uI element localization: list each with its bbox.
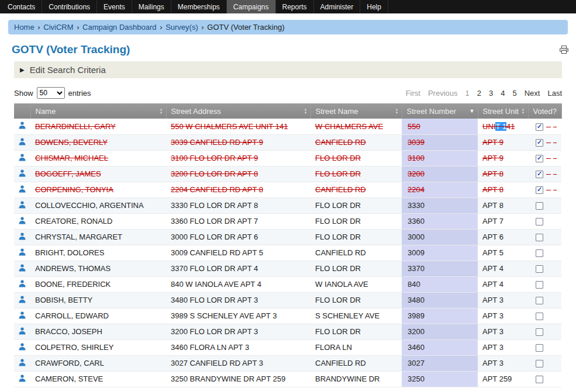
table-row: BERARDINELLI, GARY550 W CHALMERS AVE UNI… — [14, 119, 561, 134]
voted-checkbox[interactable] — [536, 328, 543, 336]
cell-street-number: 3009 — [402, 245, 478, 261]
nav-item-events[interactable]: Events — [97, 0, 132, 13]
column-header-street-address[interactable]: Street Address▲▼ — [166, 103, 311, 119]
voted-checkbox[interactable] — [536, 344, 543, 352]
contact-icon — [19, 328, 26, 337]
contact-icon-cell — [14, 292, 30, 308]
pagination: FirstPrevious12345NextLast — [406, 89, 562, 98]
page-next[interactable]: Next — [525, 89, 540, 98]
contact-icon — [19, 344, 26, 352]
contact-icon-cell — [14, 371, 30, 387]
cell-name: BERARDINELLI, GARY — [30, 119, 166, 134]
voted-checkbox[interactable] — [536, 313, 543, 320]
sort-both-icon: ▲▼ — [522, 107, 525, 115]
voted-checkbox[interactable] — [536, 171, 543, 178]
cell-street-name: FLO LOR DR — [311, 292, 402, 308]
voted-checkbox[interactable] — [536, 249, 543, 257]
breadcrumb-separator: › — [158, 23, 165, 32]
cell-street-address: 3039 CANFIELD RD APT 9 — [166, 134, 311, 150]
voted-checkbox[interactable] — [536, 218, 543, 226]
cell-voted — [528, 213, 561, 229]
cell-street-name: W CHALMERS AVE — [311, 119, 402, 134]
voted-checkbox[interactable] — [536, 281, 543, 289]
table-row: BOBISH, BETTY3480 FLO LOR DR APT 3FLO LO… — [14, 292, 561, 308]
contact-icon-cell — [14, 182, 30, 197]
nav-item-contributions[interactable]: Contributions — [42, 0, 97, 13]
contact-icon-cell — [14, 150, 30, 166]
page-number[interactable]: 4 — [501, 89, 505, 98]
cell-street-number: 3027 — [402, 355, 478, 371]
voted-checkbox[interactable] — [536, 186, 543, 194]
voted-checkbox[interactable] — [536, 376, 543, 383]
contact-icon-cell — [14, 339, 30, 355]
nav-item-administer[interactable]: Administer — [314, 0, 361, 13]
page-length-select[interactable]: 50 — [37, 87, 65, 99]
table-row: CAMERON, STEVE3250 BRANDYWINE DR APT 259… — [14, 371, 561, 387]
page-last[interactable]: Last — [547, 89, 562, 98]
cell-street-unit: APT 3 — [478, 339, 528, 355]
breadcrumb-link[interactable]: Campaign Dashboard — [82, 23, 156, 32]
table-controls: Show 50 entries FirstPrevious12345NextLa… — [14, 87, 562, 99]
contact-icon — [19, 375, 26, 384]
column-header-street-name[interactable]: Street Name▲▼ — [311, 103, 402, 119]
table-row: BOWENS, BEVERLY3039 CANFIELD RD APT 9CAN… — [14, 134, 561, 150]
cell-street-unit: APT 4 — [478, 276, 528, 292]
voted-checkbox[interactable] — [536, 155, 543, 162]
table-row: BOONE, FREDERICK840 W IANOLA AVE APT 4W … — [14, 276, 561, 292]
breadcrumb-link[interactable]: CiviCRM — [43, 23, 73, 32]
cell-street-unit: APT 9 — [478, 150, 528, 166]
cell-voted — [528, 324, 561, 339]
column-header-street-number[interactable]: Street Number▼ — [402, 103, 478, 119]
cell-name: CRAWFORD, CARL — [30, 355, 166, 371]
nav-item-memberships[interactable]: Memberships — [171, 0, 227, 13]
cell-street-name: FLO LOR DR — [311, 261, 402, 276]
voted-checkbox[interactable] — [536, 123, 543, 131]
contact-icon — [19, 217, 26, 226]
contact-icon-cell — [14, 229, 30, 245]
cell-street-address: 3200 FLO LOR DR APT 3 — [166, 324, 311, 339]
cell-street-unit: APT 3 — [478, 324, 528, 339]
cell-name: COLPETRO, SHIRLEY — [30, 339, 166, 355]
cell-street-address: 3480 FLO LOR DR APT 3 — [166, 292, 311, 308]
cell-name: CHRYSTAL, MARGARET — [30, 229, 166, 245]
cell-street-address: 3027 CANFIELD RD APT 3 — [166, 355, 311, 371]
cell-street-name: FLO LOR DR — [311, 213, 402, 229]
voted-checkbox[interactable] — [536, 265, 543, 273]
contact-icon — [19, 312, 26, 321]
contact-icon — [19, 280, 26, 289]
page-number[interactable]: 5 — [512, 89, 516, 98]
column-header-street-unit[interactable]: Street Unit▲▼ — [478, 103, 528, 119]
contact-icon — [19, 122, 26, 131]
nav-item-campaigns[interactable]: Campaigns — [227, 0, 276, 13]
table-row: COLPETRO, SHIRLEY3460 FLORA LN APT 3FLOR… — [14, 339, 561, 355]
voted-checkbox[interactable] — [536, 297, 543, 304]
contact-icon-cell — [14, 213, 30, 229]
cell-name: BOGOEFF, JAMES — [30, 166, 166, 182]
printer-icon[interactable] — [560, 46, 568, 54]
voted-checkbox[interactable] — [536, 234, 543, 241]
voted-checkbox[interactable] — [536, 360, 543, 367]
nav-item-mailings[interactable]: Mailings — [132, 0, 171, 13]
cell-voted — [528, 182, 561, 197]
voted-checkbox[interactable] — [536, 139, 543, 147]
cell-street-unit: APT 3 — [478, 292, 528, 308]
cell-street-unit: APT 9 — [478, 134, 528, 150]
page-number[interactable]: 2 — [477, 89, 481, 98]
breadcrumb-link[interactable]: Survey(s) — [165, 23, 198, 32]
nav-item-help[interactable]: Help — [360, 0, 388, 13]
cell-voted — [528, 245, 561, 261]
nav-item-reports[interactable]: Reports — [276, 0, 314, 13]
nav-item-contacts[interactable]: Contacts — [1, 0, 42, 13]
page-first[interactable]: First — [406, 89, 420, 98]
edit-search-criteria-header[interactable]: ▶ Edit Search Criteria — [14, 61, 562, 78]
page-number[interactable]: 3 — [489, 89, 493, 98]
page-previous[interactable]: Previous — [428, 89, 458, 98]
contact-icon-cell — [14, 134, 30, 150]
cell-street-address: 3330 FLO LOR DR APT 8 — [166, 197, 311, 213]
breadcrumb-link[interactable]: Home — [14, 23, 35, 32]
contact-icon — [19, 296, 26, 305]
page-number[interactable]: 1 — [465, 89, 470, 98]
voted-checkbox[interactable] — [536, 202, 543, 210]
column-header-name[interactable]: Name▲▼ — [30, 103, 166, 119]
cell-voted — [528, 355, 561, 371]
